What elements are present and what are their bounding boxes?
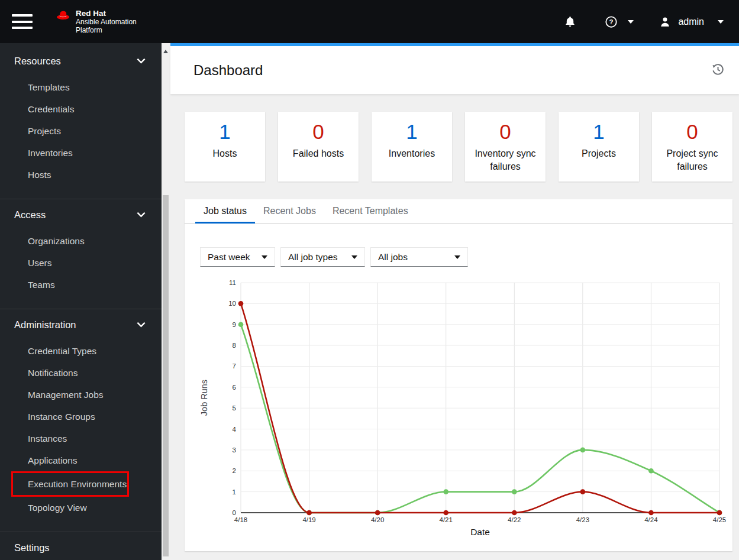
sidebar-item-credentials[interactable]: Credentials (0, 98, 162, 120)
svg-text:4/25: 4/25 (713, 516, 726, 523)
sidebar-scrollbar[interactable] (162, 43, 170, 560)
sidebar-item-teams[interactable]: Teams (0, 274, 162, 296)
summary-card-projects: 1Projects (559, 112, 639, 182)
sidebar-item-instances[interactable]: Instances (0, 428, 162, 449)
hamburger-menu-icon[interactable] (12, 14, 33, 29)
card-value-link[interactable]: 0 (465, 119, 546, 144)
svg-text:2: 2 (233, 467, 236, 474)
caret-down-icon (262, 255, 267, 262)
sidebar-item-organizations[interactable]: Organizations (0, 230, 162, 252)
history-button[interactable] (711, 63, 725, 78)
sidebar-section-label: Settings (14, 542, 50, 553)
chart-point-successful-jobs (443, 489, 448, 494)
summary-card-inventories: 1Inventories (372, 112, 452, 182)
sidebar-item-hosts[interactable]: Hosts (0, 164, 162, 186)
sidebar-item-applications[interactable]: Applications (0, 449, 162, 471)
scrollbar-up-arrow-icon[interactable] (163, 47, 168, 53)
job-status-chart: 012345678910114/184/194/204/214/224/234/… (185, 274, 730, 539)
caret-down-icon (628, 20, 634, 27)
sidebar-item-credential-types[interactable]: Credential Types (0, 340, 162, 362)
history-icon (711, 63, 725, 76)
sidebar-section-items: TemplatesCredentialsProjectsInventoriesH… (0, 76, 162, 186)
sidebar-section-toggle-access[interactable]: Access (0, 204, 162, 225)
svg-text:6: 6 (233, 384, 236, 391)
masthead-toolbar: ? admin (564, 15, 724, 28)
sidebar-item-execution-environments[interactable]: Execution Environments (11, 471, 129, 497)
card-value-link[interactable]: 1 (372, 119, 452, 144)
job-status-panel: Job statusRecent JobsRecent Templates Pa… (185, 199, 732, 551)
user-menu[interactable]: admin (659, 15, 724, 28)
user-name: admin (678, 17, 704, 27)
filter-select-past-week[interactable]: Past week (200, 247, 275, 267)
brand-logo[interactable]: Red Hat Ansible Automation Platform (55, 9, 137, 34)
chart-point-failed-jobs (580, 489, 586, 494)
sidebar-section-toggle-resources[interactable]: Resources (0, 50, 162, 72)
question-circle-icon: ? (605, 15, 618, 28)
brand-product-line: Platform (76, 26, 102, 34)
sidebar-item-instance-groups[interactable]: Instance Groups (0, 406, 162, 428)
sidebar-section-toggle-settings[interactable]: Settings (0, 537, 162, 558)
tab-recent-templates[interactable]: Recent Templates (324, 199, 417, 223)
tab-job-status[interactable]: Job status (195, 199, 255, 223)
svg-text:4/20: 4/20 (371, 516, 384, 523)
brand-product-line: Ansible Automation (76, 18, 137, 26)
card-value-link[interactable]: 1 (185, 119, 265, 144)
sidebar-section-toggle-administration[interactable]: Administration (0, 314, 162, 335)
chart-area: 012345678910114/184/194/204/214/224/234/… (185, 274, 732, 541)
chart-point-failed-jobs (443, 510, 448, 516)
card-label: Project sync failures (652, 147, 732, 173)
svg-text:11: 11 (229, 279, 236, 286)
sidebar-item-management-jobs[interactable]: Management Jobs (0, 384, 162, 406)
caret-down-icon (718, 20, 724, 27)
chevron-down-icon (137, 212, 146, 218)
svg-text:4/19: 4/19 (302, 516, 315, 523)
tab-recent-jobs[interactable]: Recent Jobs (255, 199, 324, 223)
sidebar-item-users[interactable]: Users (0, 252, 162, 274)
caret-down-icon (454, 255, 460, 262)
hamburger-bar (12, 14, 33, 17)
svg-text:4/23: 4/23 (576, 516, 589, 523)
sidebar-item-templates[interactable]: Templates (0, 76, 162, 98)
svg-text:10: 10 (228, 300, 236, 307)
sidebar-item-projects[interactable]: Projects (0, 120, 162, 142)
svg-text:8: 8 (233, 342, 236, 349)
brand-name: Red Hat (76, 9, 137, 18)
svg-text:4: 4 (233, 426, 237, 433)
card-value-link[interactable]: 0 (652, 119, 732, 144)
help-dropdown-toggle[interactable] (628, 17, 634, 27)
caret-down-icon (351, 255, 357, 262)
filter-select-all-jobs[interactable]: All jobs (370, 247, 468, 267)
sidebar-section-label: Access (14, 209, 46, 221)
svg-text:Job Runs: Job Runs (199, 380, 209, 416)
main-content: Dashboard 1Hosts0Failed hosts1Inventorie… (170, 43, 739, 560)
sidebar-item-topology-view[interactable]: Topology View (0, 497, 162, 519)
card-label: Inventory sync failures (465, 147, 546, 173)
chart-point-successful-jobs (238, 322, 244, 327)
sidebar-section-resources: ResourcesTemplatesCredentialsProjectsInv… (0, 46, 162, 199)
hamburger-bar (12, 21, 33, 23)
sidebar-item-notifications[interactable]: Notifications (0, 362, 162, 384)
sidebar-section-settings: Settings (0, 532, 162, 560)
user-icon (659, 15, 672, 28)
card-value-link[interactable]: 0 (278, 119, 359, 144)
hamburger-bar (12, 27, 33, 29)
filter-select-all-job-types[interactable]: All job types (280, 247, 365, 267)
dashboard-content: 1Hosts0Failed hosts1Inventories0Inventor… (170, 94, 739, 560)
notifications-button[interactable] (564, 15, 576, 28)
help-button[interactable]: ? (605, 15, 618, 28)
svg-text:Date: Date (470, 527, 490, 537)
chart-point-failed-jobs (306, 510, 312, 516)
summary-card-project-sync-failures: 0Project sync failures (652, 112, 732, 182)
summary-card-hosts: 1Hosts (185, 112, 265, 182)
selected-option-label: Past week (208, 252, 250, 263)
svg-text:1: 1 (233, 488, 236, 496)
tab-bar: Job statusRecent JobsRecent Templates (185, 199, 732, 224)
sidebar-section-items: OrganizationsUsersTeams (0, 230, 162, 296)
sidebar-item-inventories[interactable]: Inventories (0, 142, 162, 164)
chevron-down-icon (137, 58, 146, 64)
card-label: Inventories (372, 147, 452, 160)
card-value-link[interactable]: 1 (559, 119, 639, 144)
scrollbar-thumb[interactable] (163, 195, 169, 556)
svg-text:0: 0 (233, 509, 236, 516)
svg-text:9: 9 (233, 321, 236, 328)
